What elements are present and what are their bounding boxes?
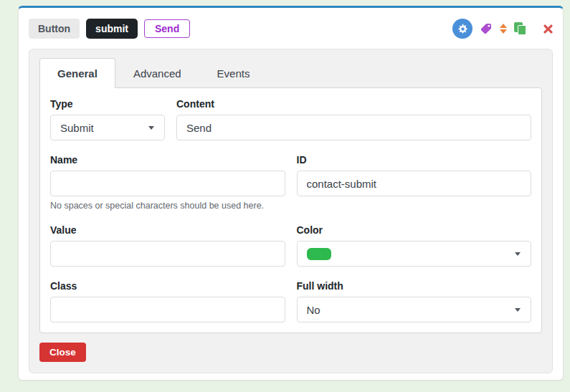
value-input[interactable]	[50, 241, 285, 267]
duplicate-icon	[514, 22, 526, 35]
settings-panel: General Advanced Events Type Submit Cont…	[29, 49, 553, 373]
type-select-value: Submit	[60, 122, 148, 134]
sort-arrows-icon	[500, 24, 507, 34]
id-input[interactable]	[297, 171, 532, 196]
delete-button[interactable]	[543, 24, 553, 34]
color-label: Color	[297, 224, 532, 236]
tab-general[interactable]: General	[39, 58, 115, 88]
tab-advanced[interactable]: Advanced	[115, 58, 199, 88]
content-label: Content	[176, 98, 531, 110]
tag-icon	[480, 22, 493, 35]
color-swatch	[307, 248, 331, 260]
element-name-badge: submit	[86, 19, 138, 39]
general-tab-panel: Type Submit Content Name No spaces or sp…	[39, 87, 542, 333]
chevron-down-icon	[515, 252, 521, 256]
name-label: Name	[50, 154, 285, 166]
element-type-button[interactable]: Button	[29, 19, 80, 39]
toolbar-icons	[445, 19, 553, 39]
element-toolbar: Button submit Send	[29, 18, 553, 39]
sort-button[interactable]	[500, 24, 507, 34]
color-select[interactable]	[297, 241, 532, 267]
full-width-label: Full width	[297, 280, 532, 292]
gear-icon	[452, 19, 472, 39]
full-width-select[interactable]: No	[297, 297, 532, 322]
button-settings-card: Button submit Send	[18, 6, 564, 381]
value-label: Value	[50, 224, 285, 236]
settings-button[interactable]	[452, 19, 472, 39]
type-label: Type	[50, 98, 165, 110]
delete-x-icon	[543, 24, 553, 34]
name-helper-text: No spaces or special characters should b…	[50, 201, 285, 211]
chevron-down-icon	[515, 308, 521, 312]
class-input[interactable]	[50, 297, 285, 322]
id-label: ID	[297, 154, 532, 166]
tab-events[interactable]: Events	[199, 58, 268, 88]
duplicate-button[interactable]	[514, 22, 526, 35]
content-input[interactable]	[176, 115, 531, 140]
chevron-down-icon	[148, 126, 154, 130]
tab-bar: General Advanced Events	[39, 58, 542, 87]
full-width-select-value: No	[307, 304, 516, 316]
tag-button[interactable]	[480, 22, 493, 35]
type-select[interactable]: Submit	[50, 115, 165, 140]
class-label: Class	[50, 280, 285, 292]
name-input[interactable]	[50, 171, 285, 196]
element-preview-button[interactable]: Send	[144, 19, 190, 38]
close-button[interactable]: Close	[39, 343, 86, 362]
